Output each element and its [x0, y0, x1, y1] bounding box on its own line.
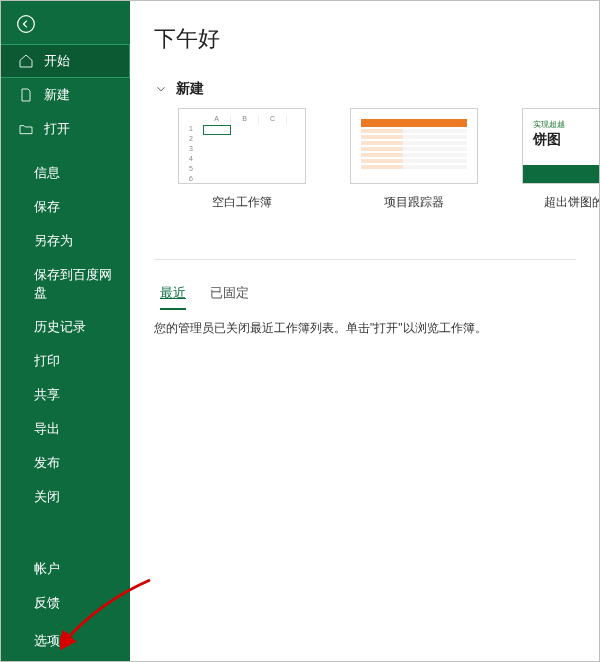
sidebar-item-save-baidu[interactable]: 保存到百度网盘 — [0, 258, 130, 310]
sidebar-item-feedback[interactable]: 反馈 — [0, 586, 130, 620]
sidebar-item-start[interactable]: 开始 — [0, 44, 130, 78]
chevron-down-icon — [154, 82, 168, 96]
sidebar-item-history: 历史记录 — [0, 310, 130, 344]
sidebar-label: 打开 — [44, 120, 70, 138]
divider — [154, 259, 576, 260]
greeting-heading: 下午好 — [154, 24, 600, 54]
sidebar-item-save-as[interactable]: 另存为 — [0, 224, 130, 258]
thumb-small-text: 实现超越 — [533, 119, 565, 130]
template-label: 超出饼图的教程 — [544, 194, 600, 211]
backstage-sidebar: 开始 新建 打开 信息 保存 另存为 保存到百度网盘 历史记录 打印 共享 导出… — [0, 0, 130, 662]
new-section-toggle[interactable]: 新建 — [154, 80, 600, 98]
template-blank-workbook[interactable]: ABC 123456 空白工作簿 — [178, 108, 306, 211]
template-thumb — [350, 108, 478, 184]
template-pie-chart-tutorial[interactable]: 实现超越 饼图 超出饼图的教程 — [522, 108, 600, 211]
sidebar-item-options[interactable]: 选项 — [0, 620, 130, 662]
template-row: ABC 123456 空白工作簿 项目跟踪器 实现超越 饼图 超出饼图的教程 — [154, 108, 600, 211]
tab-pinned[interactable]: 已固定 — [210, 284, 249, 310]
sidebar-item-info[interactable]: 信息 — [0, 156, 130, 190]
template-thumb: 实现超越 饼图 — [522, 108, 600, 184]
home-icon — [18, 53, 34, 69]
recent-disabled-message: 您的管理员已关闭最近工作簿列表。单击"打开"以浏览工作簿。 — [154, 320, 600, 337]
sidebar-item-publish[interactable]: 发布 — [0, 446, 130, 480]
open-folder-icon — [18, 121, 34, 137]
new-section-title: 新建 — [176, 80, 204, 98]
template-label: 项目跟踪器 — [384, 194, 444, 211]
sidebar-item-save[interactable]: 保存 — [0, 190, 130, 224]
main-panel: 下午好 新建 ABC 123456 空白工作簿 项目跟踪器 实现超越 饼图 — [130, 0, 600, 662]
back-arrow-icon — [16, 14, 36, 34]
recent-tabs: 最近 已固定 — [160, 284, 600, 310]
sidebar-item-new[interactable]: 新建 — [0, 78, 130, 112]
sidebar-item-share[interactable]: 共享 — [0, 378, 130, 412]
sidebar-item-export[interactable]: 导出 — [0, 412, 130, 446]
back-button[interactable] — [6, 4, 46, 44]
svg-point-0 — [18, 16, 35, 33]
sidebar-item-open[interactable]: 打开 — [0, 112, 130, 146]
sidebar-label: 新建 — [44, 86, 70, 104]
template-thumb: ABC 123456 — [178, 108, 306, 184]
sidebar-item-print[interactable]: 打印 — [0, 344, 130, 378]
sidebar-label: 开始 — [44, 52, 70, 70]
sidebar-item-account[interactable]: 帐户 — [0, 552, 130, 586]
template-label: 空白工作簿 — [212, 194, 272, 211]
new-file-icon — [18, 87, 34, 103]
sidebar-item-close[interactable]: 关闭 — [0, 480, 130, 514]
tab-recent[interactable]: 最近 — [160, 284, 186, 310]
thumb-big-text: 饼图 — [533, 131, 561, 149]
template-project-tracker[interactable]: 项目跟踪器 — [350, 108, 478, 211]
